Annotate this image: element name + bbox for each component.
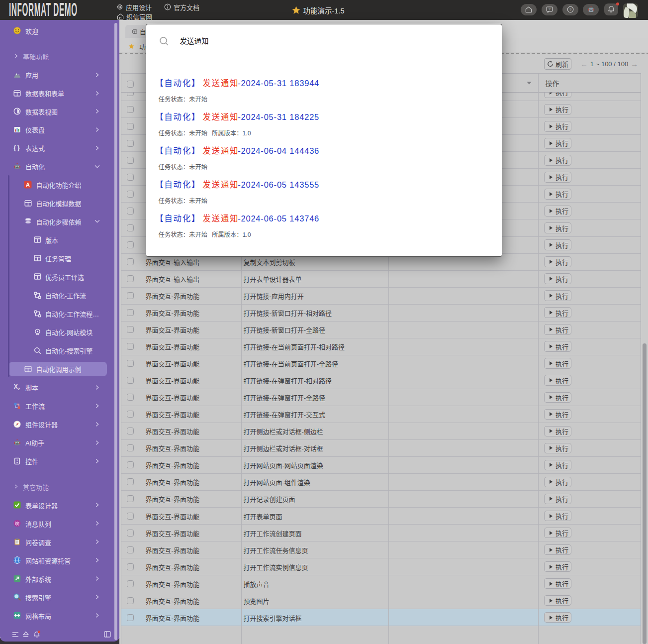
svg-text:A: A [26,182,30,188]
svg-text:?: ? [549,7,551,11]
svg-text:?: ? [569,7,572,12]
